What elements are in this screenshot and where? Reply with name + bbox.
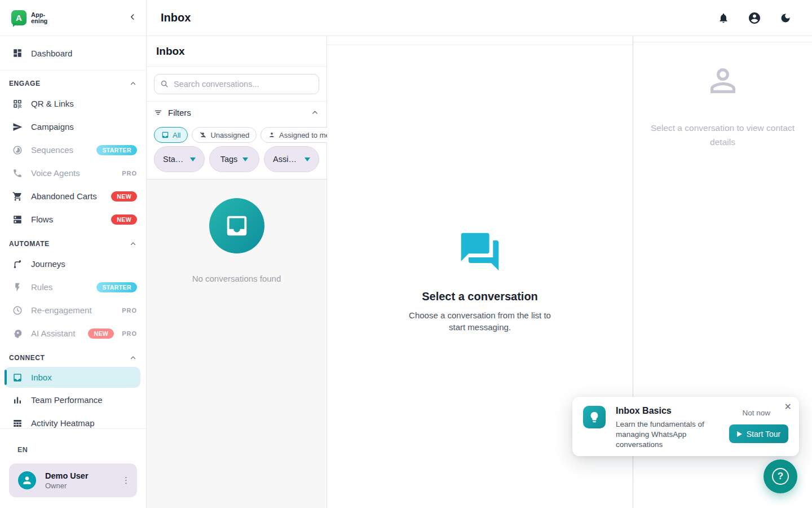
conversations-empty-text: No conversations found (192, 274, 281, 283)
sidebar-item-label: Flows (31, 214, 53, 224)
search-input[interactable] (154, 74, 319, 94)
empty-inbox-circle (209, 198, 264, 253)
chevron-up-icon[interactable] (311, 108, 319, 117)
language-label[interactable]: EN (17, 446, 146, 454)
topbar: Inbox (147, 0, 812, 36)
sidebar-item-voice-agents[interactable]: Voice Agents PRO (0, 161, 146, 185)
inbox-icon (224, 213, 250, 239)
sidebar: A App- ening Dashboard ENGAGE (0, 0, 147, 508)
contact-toolbar-strip (633, 36, 812, 42)
sidebar-item-label: QR & Links (31, 99, 74, 108)
sidebar-item-label: Activity Heatmap (31, 418, 95, 428)
new-badge: NEW (88, 329, 114, 339)
user-menu-dots-icon[interactable]: ⋮ (122, 475, 130, 485)
chat-toolbar-strip (327, 36, 633, 45)
sidebar-item-label: Inbox (31, 373, 52, 382)
topbar-icons (718, 11, 791, 25)
caret-down-icon (304, 157, 310, 161)
inbox-icon (12, 373, 23, 383)
sidebar-item-reengagement[interactable]: Re-engagement PRO (0, 299, 146, 322)
sidebar-item-qr-links[interactable]: QR & Links (0, 92, 146, 115)
filters-header[interactable]: Filters (154, 105, 319, 120)
start-tour-label: Start Tour (747, 430, 780, 439)
sidebar-item-label: Abandoned Carts (31, 191, 97, 201)
section-header-connect[interactable]: CONNECT (0, 349, 146, 366)
not-now-button[interactable]: Not now (742, 409, 770, 417)
sidebar-item-activity-heatmap[interactable]: Activity Heatmap (0, 411, 146, 428)
chevron-up-icon (129, 354, 137, 362)
flows-icon (12, 214, 23, 225)
qr-code-icon (12, 99, 23, 109)
user-avatar (18, 471, 36, 489)
sidebar-item-sequences[interactable]: Sequences STARTER (0, 138, 146, 161)
start-tour-button[interactable]: Start Tour (729, 424, 788, 443)
question-mark-icon: ? (772, 468, 789, 485)
search-icon (160, 80, 169, 88)
sidebar-item-dashboard[interactable]: Dashboard (0, 40, 146, 66)
ai-head-icon (12, 329, 23, 339)
conversations-title: Inbox (156, 45, 185, 58)
filter-chip-unassigned[interactable]: Unassigned (192, 127, 257, 143)
tags-dropdown[interactable]: Tags (209, 146, 259, 172)
filter-chips-row: All Unassigned Assigned to me (154, 127, 319, 143)
user-meta: Demo User Owner (45, 471, 89, 490)
person-slash-icon (199, 131, 207, 139)
clock-icon (12, 305, 23, 316)
pro-tag: PRO (122, 170, 137, 177)
person-icon (268, 131, 276, 139)
sequence-timelapse-icon (12, 145, 23, 155)
starter-badge: STARTER (96, 145, 137, 155)
phone-icon (12, 168, 23, 178)
section-header-automate[interactable]: AUTOMATE (0, 235, 146, 252)
dropdown-label: Assign... (273, 155, 299, 164)
sidebar-item-label: Sequences (31, 145, 73, 155)
sidebar-item-flows[interactable]: Flows NEW (0, 208, 146, 231)
logo-line1: App- (31, 12, 47, 18)
sidebar-item-team-performance[interactable]: Team Performance (0, 388, 146, 411)
inbox-icon (161, 131, 169, 139)
close-icon[interactable]: ✕ (784, 402, 792, 411)
starter-badge: STARTER (96, 282, 137, 292)
send-icon (12, 122, 23, 132)
notifications-bell-icon[interactable] (718, 12, 729, 24)
app-logo-text: App- ening (31, 12, 47, 24)
sidebar-item-abandoned-carts[interactable]: Abandoned Carts NEW (0, 185, 146, 208)
caret-down-icon (242, 157, 248, 161)
sidebar-collapse-button[interactable] (128, 12, 137, 24)
app-logo-icon: A (11, 10, 27, 25)
filter-dropdowns-row: Status Tags Assign... (154, 146, 319, 172)
sidebar-item-rules[interactable]: Rules STARTER (0, 275, 146, 299)
sidebar-item-inbox[interactable]: Inbox (5, 367, 140, 388)
conversations-header: Inbox (147, 36, 326, 67)
status-dropdown[interactable]: Status (154, 146, 205, 172)
dropdown-label: Status (163, 155, 185, 164)
chip-label: Unassigned (210, 131, 249, 139)
person-outline-icon (704, 62, 742, 99)
sidebar-item-journeys[interactable]: Journeys (0, 252, 146, 275)
conversation-list: No conversations found (147, 179, 326, 508)
filter-chip-all[interactable]: All (154, 127, 188, 143)
page-title: Inbox (161, 11, 191, 24)
sidebar-header: A App- ening (0, 0, 146, 36)
chevron-left-icon (128, 12, 137, 24)
filter-chip-assigned-to-me[interactable]: Assigned to me (261, 127, 337, 143)
sidebar-item-campaigns[interactable]: Campaigns (0, 115, 146, 138)
section-title: CONNECT (9, 354, 45, 362)
assignee-dropdown[interactable]: Assign... (264, 146, 319, 172)
user-card[interactable]: Demo User Owner ⋮ (9, 463, 137, 497)
person-icon (21, 475, 33, 486)
heatmap-grid-icon (12, 418, 23, 428)
dropdown-label: Tags (220, 155, 238, 164)
section-header-engage[interactable]: ENGAGE (0, 75, 146, 92)
help-button[interactable]: ? (764, 459, 797, 493)
filters-section: Filters All Unassigned (147, 102, 326, 179)
user-role: Owner (45, 481, 89, 490)
chat-empty-title: Select a conversation (422, 290, 538, 303)
sidebar-item-ai-assistant[interactable]: AI Assistant NEW PRO (0, 322, 146, 345)
account-circle-icon[interactable] (748, 11, 761, 25)
chip-label: Assigned to me (279, 131, 330, 139)
sidebar-item-label: Voice Agents (31, 168, 80, 178)
dashboard-group: Dashboard (0, 40, 146, 71)
dark-mode-moon-icon[interactable] (780, 12, 791, 24)
contact-empty-text: Select a conversation to view contact de… (641, 121, 805, 149)
